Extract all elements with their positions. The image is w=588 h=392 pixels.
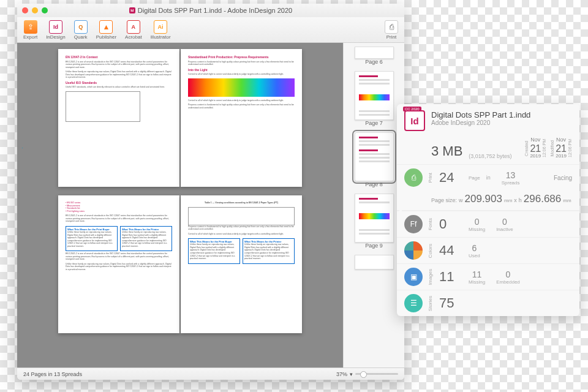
publisher-button[interactable]: ▲Publisher	[96, 20, 116, 40]
chevron-down-icon[interactable]: ▾	[350, 371, 353, 377]
page-right[interactable]: Standardised Print Production: Prepress …	[181, 49, 302, 187]
thumb-page-10[interactable]	[355, 255, 394, 270]
titlebar: Id Digital Dots SPP Part 1.indd - Adobe …	[17, 4, 404, 17]
thumbnail-panel[interactable]: Page 6 Page 7 Page 8 Page 9	[343, 43, 404, 368]
illustrator-button[interactable]: AiIllustrator	[151, 20, 171, 40]
spread-2: • EN ISO series• Measurement• Standards …	[23, 195, 337, 333]
images-stat-icon: ▣	[404, 268, 423, 286]
quark-icon: Q	[74, 20, 88, 34]
stories-stat-icon: ☰	[404, 294, 423, 312]
colors-stat-icon	[404, 241, 423, 260]
indesign-icon: Id	[49, 20, 62, 34]
indesign-button[interactable]: IdInDesign	[46, 20, 66, 40]
export-button[interactable]: ⇪Export	[23, 20, 37, 40]
publisher-icon: ▲	[99, 20, 113, 34]
thumb-page-9[interactable]	[355, 194, 394, 243]
print-stat-icon: ⎙	[404, 168, 423, 187]
spread-1: • EN 12647-2 In Context EN 12647-2 is on…	[23, 49, 337, 187]
page-count: 24 Pages in 13 Spreads	[23, 371, 82, 377]
info-app: Adobe InDesign 2020	[431, 119, 530, 126]
zoom-control[interactable]: 37% ▾	[336, 371, 398, 377]
thumb-page-6[interactable]	[355, 47, 394, 59]
thumb-page-7[interactable]	[355, 71, 394, 120]
indesign-doc-icon: Id	[129, 7, 135, 13]
export-icon: ⇪	[24, 20, 37, 34]
toolbar: ⇪Export IdInDesign QQuark ▲Publisher AAc…	[17, 17, 404, 43]
canvas[interactable]: • EN 12647-2 In Context EN 12647-2 is on…	[17, 43, 343, 368]
modified-date: Nov212019	[556, 137, 567, 159]
rainbow-image	[188, 78, 295, 97]
page-right-2[interactable]: Table 1 — Viewing conditions according t…	[181, 195, 302, 333]
app-window: Id Digital Dots SPP Part 1.indd - Adobe …	[17, 4, 404, 380]
info-filename: Digital Dots SPP Part 1.indd	[431, 110, 530, 119]
created-date: Nov212019	[530, 137, 541, 159]
page-left[interactable]: EN 12647-2 In Context EN 12647-2 is one …	[58, 49, 179, 187]
print-icon: ⎙	[385, 20, 398, 34]
fonts-stat-icon: Ff	[404, 215, 423, 233]
zoom-slider[interactable]	[355, 373, 398, 375]
window-title: Digital Dots SPP Part 1.indd - Adobe InD…	[138, 7, 292, 14]
info-panel: CC 2020 Id Digital Dots SPP Part 1.indd …	[397, 104, 579, 316]
acrobat-icon: A	[127, 20, 140, 34]
thumb-page-8[interactable]	[355, 132, 394, 181]
acrobat-button[interactable]: AAcrobat	[125, 20, 142, 40]
page-left-2[interactable]: • EN ISO series• Measurement• Standards …	[58, 195, 179, 333]
file-size: 3 MB	[431, 143, 462, 159]
quark-button[interactable]: QQuark	[74, 20, 88, 40]
workspace: • EN 12647-2 In Context EN 12647-2 is on…	[17, 43, 404, 368]
status-bar: 24 Pages in 13 Spreads 37% ▾	[17, 368, 404, 380]
print-button[interactable]: ⎙Print	[385, 20, 398, 40]
illustrator-icon: Ai	[154, 20, 167, 34]
indesign-logo: CC 2020 Id	[404, 110, 425, 131]
